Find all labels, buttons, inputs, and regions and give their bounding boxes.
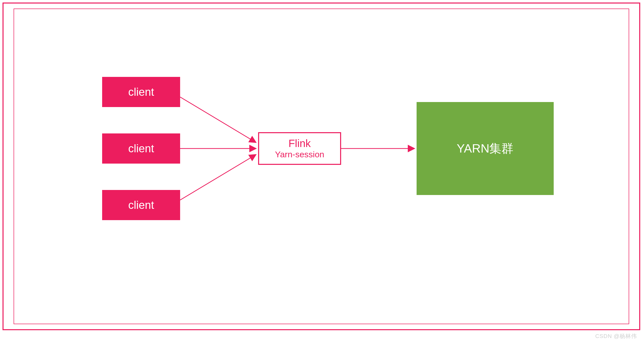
watermark-text: CSDN @杨林伟 xyxy=(595,332,637,340)
flink-node: Flink Yarn-session xyxy=(258,132,341,165)
client-node-3: client xyxy=(102,190,180,220)
diagram-outer-frame: client client client Flink Yarn-session … xyxy=(3,3,640,330)
client-node-2: client xyxy=(102,133,180,164)
client-node-2-label: client xyxy=(128,142,154,155)
arrow-client1-flink xyxy=(180,97,256,142)
yarn-cluster-node: YARN集群 xyxy=(417,102,554,195)
diagram-inner-frame: client client client Flink Yarn-session … xyxy=(14,9,629,324)
flink-node-title: Flink xyxy=(289,138,311,149)
arrow-client3-flink xyxy=(180,155,256,200)
flink-node-subtitle: Yarn-session xyxy=(275,149,324,160)
client-node-1: client xyxy=(102,77,180,107)
client-node-1-label: client xyxy=(128,86,154,98)
yarn-cluster-label: YARN集群 xyxy=(457,140,514,157)
client-node-3-label: client xyxy=(128,199,154,211)
